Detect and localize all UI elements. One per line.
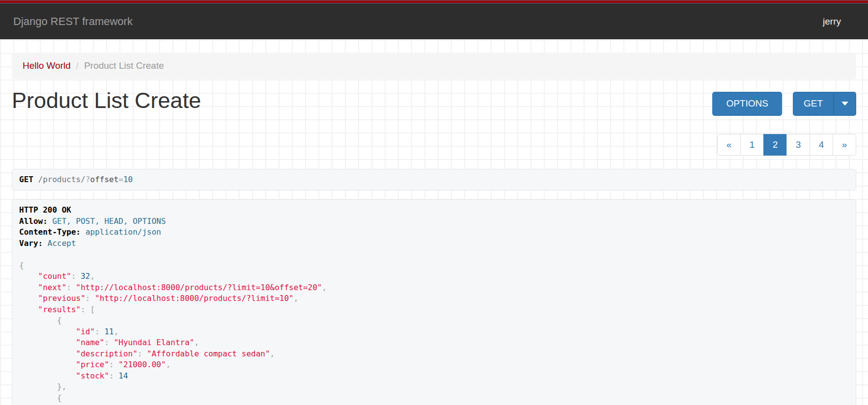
pagination-page-link[interactable]: 4 <box>810 134 833 156</box>
pagination-page[interactable]: 2 <box>764 134 787 156</box>
get-split-button: GET <box>793 92 856 116</box>
options-button[interactable]: OPTIONS <box>712 92 782 116</box>
pagination-page[interactable]: 3 <box>787 134 810 156</box>
pagination: « 1 2 3 4 » <box>717 134 856 156</box>
chevron-down-icon <box>841 102 848 106</box>
toolbar: OPTIONS GET <box>712 92 856 116</box>
breadcrumb: Hello World / Product List Create <box>12 53 856 79</box>
pagination-next-link[interactable]: » <box>833 134 856 156</box>
breadcrumb-current: Product List Create <box>84 60 164 71</box>
pagination-page[interactable]: 1 <box>741 134 764 156</box>
pagination-prev-link[interactable]: « <box>717 134 741 156</box>
page-header: Product List Create OPTIONS GET <box>12 85 856 116</box>
page-title: Product List Create <box>12 88 201 113</box>
navbar-brand[interactable]: Django REST framework <box>13 15 133 28</box>
breadcrumb-link-root[interactable]: Hello World <box>23 60 71 71</box>
get-dropdown-toggle[interactable] <box>834 92 856 116</box>
pagination-page-link[interactable]: 1 <box>740 134 764 156</box>
pagination-page-link[interactable]: 2 <box>763 134 787 156</box>
pagination-next[interactable]: » <box>833 134 856 156</box>
breadcrumb-separator: / <box>76 60 79 71</box>
pagination-page-link[interactable]: 3 <box>786 134 810 156</box>
pagination-prev[interactable]: « <box>717 134 741 156</box>
user-menu[interactable]: jerry <box>823 16 841 27</box>
get-button[interactable]: GET <box>793 92 834 116</box>
request-info: GET /products/?offset=10 <box>12 169 856 191</box>
response-info: HTTP 200 OK Allow: GET, POST, HEAD, OPTI… <box>12 199 856 405</box>
pagination-page[interactable]: 4 <box>810 134 833 156</box>
main-container: Hello World / Product List Create Produc… <box>0 53 868 405</box>
top-accent-bar <box>0 0 868 3</box>
navbar: Django REST framework jerry <box>0 3 868 39</box>
pagination-row: « 1 2 3 4 » <box>12 134 856 156</box>
